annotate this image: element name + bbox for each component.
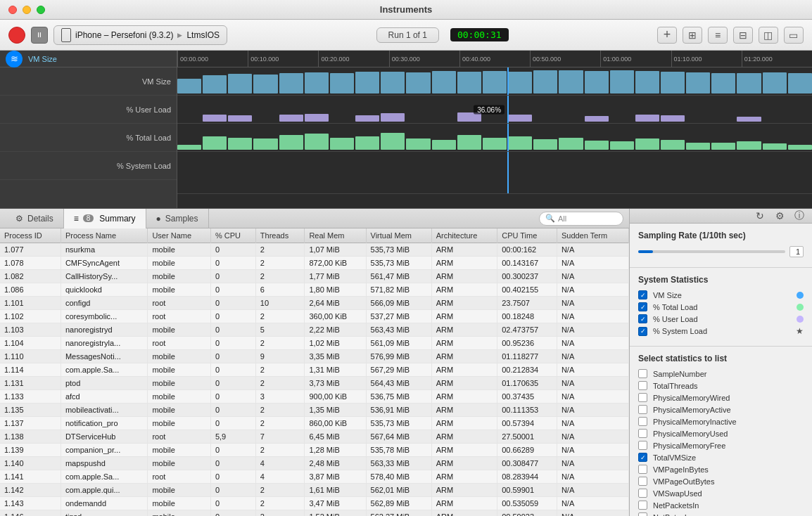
table-row[interactable]: 1.143ondemanddmobile023,47 MiB562,89 MiB… — [0, 497, 629, 510]
table-row[interactable]: 1.086quicklookdmobile061,80 MiB571,82 Mi… — [0, 283, 629, 297]
table-row[interactable]: 1.102coresymbolic...root02360,00 KiB537,… — [0, 310, 629, 323]
stat-system-load-checkbox[interactable]: ✓ — [638, 327, 647, 336]
table-cell: 0 — [210, 390, 255, 404]
layout-btn-3[interactable]: ⊟ — [733, 27, 753, 44]
table-cell: 562,27 MiB — [366, 510, 431, 517]
table-row[interactable]: 1.131ptodmobile023,73 MiB564,43 MiBARM01… — [0, 377, 629, 390]
table-cell: 2 — [255, 363, 305, 377]
layout-btn-2[interactable]: ≡ — [708, 27, 728, 44]
table-row[interactable]: 1.140mapspushdmobile042,48 MiB563,33 MiB… — [0, 457, 629, 470]
table-row[interactable]: 1.135mobileactivati...mobile021,35 MiB53… — [0, 404, 629, 417]
table-cell: ARM — [431, 377, 497, 390]
pause-button[interactable]: ⏸ — [31, 27, 48, 44]
layout-btn-1[interactable]: ⊞ — [683, 27, 702, 44]
table-row[interactable]: 1.078CMFSyncAgentmobile02872,00 KiB535,7… — [0, 257, 629, 270]
table-row[interactable]: 1.104nanoregistryla...root021,02 MiB561,… — [0, 337, 629, 350]
col-sudden-term[interactable]: Sudden Term — [557, 228, 628, 243]
close-button[interactable] — [8, 6, 17, 14]
table-row[interactable]: 1.139companion_pr...mobile021,28 MiB535,… — [0, 444, 629, 457]
table-row[interactable]: 1.138DTServiceHubroot5,976,45 MiB567,64 … — [0, 430, 629, 444]
select-stat-checkbox[interactable]: ✓ — [638, 453, 647, 462]
search-placeholder: All — [558, 214, 566, 223]
select-stat-checkbox[interactable] — [638, 512, 647, 516]
select-stat-checkbox[interactable] — [638, 381, 647, 390]
col-user[interactable]: User Name — [148, 228, 210, 243]
select-stat-checkbox[interactable] — [638, 501, 647, 510]
record-button[interactable] — [8, 27, 25, 44]
timeline-labels: ≋ VM Size VM Size % User Load % Total Lo… — [0, 51, 177, 208]
table-cell: 0 — [210, 350, 255, 363]
table-cell: 1.143 — [0, 497, 61, 510]
select-stat-checkbox[interactable] — [638, 393, 647, 402]
layout-btn-5[interactable]: ▭ — [784, 27, 804, 44]
system-load-track — [177, 152, 812, 194]
table-cell: mobile — [148, 283, 210, 297]
table-row[interactable]: 1.141com.apple.Sa...root043,87 MiB578,40… — [0, 470, 629, 484]
table-cell: 5,9 — [210, 430, 255, 444]
select-stat-checkbox[interactable] — [638, 441, 647, 450]
search-input[interactable]: 🔍 All — [539, 212, 623, 226]
table-cell: 1,31 MiB — [305, 363, 366, 377]
table-cell: 10 — [255, 297, 305, 310]
details-icon: ⚙ — [15, 214, 23, 224]
sampling-rate-slider[interactable] — [638, 250, 785, 253]
table-cell: 2 — [255, 337, 305, 350]
table-row[interactable]: 1.133afcdmobile03900,00 KiB536,75 MiBARM… — [0, 390, 629, 404]
select-stat-checkbox[interactable] — [638, 405, 647, 414]
col-pid[interactable]: Process ID — [0, 228, 61, 243]
table-row[interactable]: 1.114com.apple.Sa...mobile021,31 MiB567,… — [0, 363, 629, 377]
select-stat-checkbox[interactable] — [638, 417, 647, 426]
table-row[interactable]: 1.137notification_promobile02860,00 KiB5… — [0, 417, 629, 430]
col-name[interactable]: Process Name — [61, 228, 147, 243]
select-stat-label: TotalThreads — [653, 382, 698, 390]
col-cpu[interactable]: % CPU — [210, 228, 255, 243]
track-icon[interactable]: ≋ — [6, 51, 23, 67]
info-icon[interactable]: ⓘ — [792, 209, 806, 223]
table-cell: 576,99 MiB — [366, 350, 431, 363]
process-table-container[interactable]: Process ID Process Name User Name % CPU … — [0, 228, 629, 516]
tab-samples[interactable]: ● Samples — [146, 209, 209, 228]
select-stat-checkbox[interactable] — [638, 465, 647, 474]
table-cell: N/A — [557, 337, 628, 350]
col-arch[interactable]: Architecture — [431, 228, 497, 243]
table-cell: N/A — [557, 257, 628, 270]
table-cell: N/A — [557, 377, 628, 390]
minimize-button[interactable] — [23, 6, 31, 14]
table-row[interactable]: 1.082CallHistorySy...mobile021,77 MiB561… — [0, 270, 629, 283]
settings-icon[interactable]: ⚙ — [773, 209, 787, 223]
maximize-button[interactable] — [37, 6, 45, 14]
table-cell: mobile — [148, 484, 210, 497]
col-real-mem[interactable]: Real Mem — [305, 228, 366, 243]
table-row[interactable]: 1.110MessagesNoti...mobile093,35 MiB576,… — [0, 350, 629, 363]
select-stat-checkbox[interactable] — [638, 369, 647, 378]
table-cell: 00.308477 — [497, 457, 557, 470]
time-mark: 00:50.000 — [530, 51, 600, 67]
sampling-rate-section: Sampling Rate (1/10th sec) 1 — [630, 224, 812, 268]
stat-total-load-checkbox[interactable]: ✓ — [638, 302, 647, 311]
tab-summary[interactable]: ≡ 8 Summary — [64, 209, 146, 228]
table-row[interactable]: 1.101configdroot0102,64 MiB566,09 MiBARM… — [0, 297, 629, 310]
table-cell: 1.103 — [0, 323, 61, 337]
table-row[interactable]: 1.142com.apple.qui...mobile021,61 MiB562… — [0, 484, 629, 497]
col-cpu-time[interactable]: CPU Time — [497, 228, 557, 243]
col-threads[interactable]: Threads — [255, 228, 305, 243]
stat-vm-size-checkbox[interactable]: ✓ — [638, 290, 647, 299]
stat-user-load-checkbox[interactable]: ✓ — [638, 314, 647, 323]
table-row[interactable]: 1.077nsurkmamobile021,07 MiB535,73 MiBAR… — [0, 243, 629, 257]
refresh-icon[interactable]: ↻ — [753, 209, 767, 223]
table-row[interactable]: 1.146tipsdmobile021,52 MiB562,27 MiBARM0… — [0, 510, 629, 517]
tab-details[interactable]: ⚙ Details — [6, 209, 64, 228]
right-panel-toolbar: ↻ ⚙ ⓘ — [630, 209, 812, 224]
table-cell: 6 — [255, 283, 305, 297]
col-virtual-mem[interactable]: Virtual Mem — [366, 228, 431, 243]
select-stat-checkbox[interactable] — [638, 429, 647, 438]
layout-btn-4[interactable]: ◫ — [759, 27, 778, 44]
select-stat-checkbox[interactable] — [638, 489, 647, 498]
device-selector[interactable]: iPhone – Persefoni (9.3.2) ▶ LtmsIOS — [53, 25, 227, 45]
table-cell: root — [148, 470, 210, 484]
select-stat-checkbox[interactable] — [638, 477, 647, 486]
samples-icon: ● — [156, 214, 161, 224]
add-button[interactable]: + — [657, 27, 677, 44]
table-row[interactable]: 1.103nanoregistrydmobile052,22 MiB563,43… — [0, 323, 629, 337]
toolbar: ⏸ iPhone – Persefoni (9.3.2) ▶ LtmsIOS R… — [0, 20, 812, 51]
